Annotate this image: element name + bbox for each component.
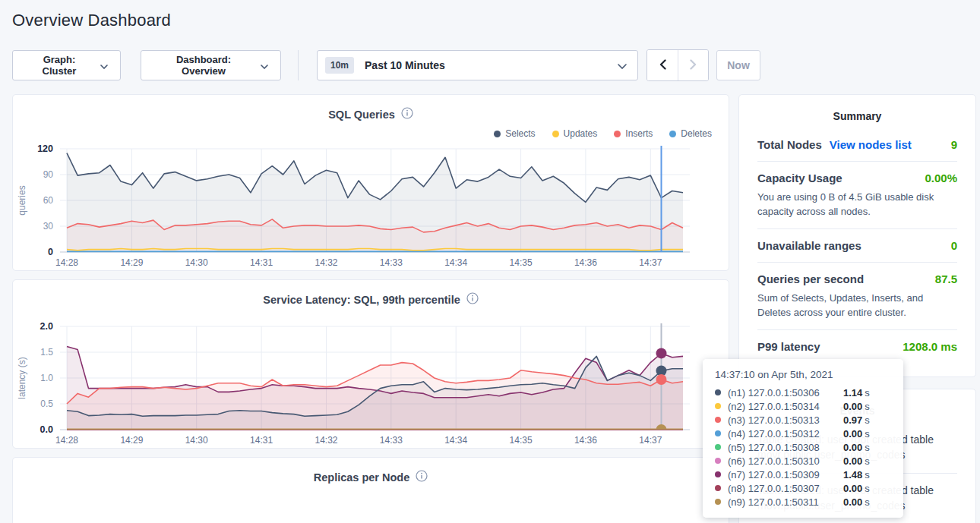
controls-bar: Graph: Cluster Dashboard: Overview 10m P… <box>12 50 968 80</box>
dashboard-dropdown[interactable]: Dashboard: Overview <box>141 50 281 80</box>
svg-text:latency (s): latency (s) <box>17 357 27 399</box>
info-icon[interactable] <box>466 292 479 307</box>
node-dot-icon <box>715 471 721 477</box>
svg-text:120: 120 <box>37 143 53 154</box>
svg-text:60: 60 <box>43 195 54 206</box>
svg-text:14:29: 14:29 <box>120 435 143 446</box>
tooltip-row-n6: (n6) 127.0.0.1:503100.00s <box>715 454 891 468</box>
chevron-right-icon <box>690 59 697 72</box>
info-icon[interactable] <box>401 107 413 122</box>
time-range-badge: 10m <box>325 57 354 74</box>
time-prev-button[interactable] <box>647 50 678 80</box>
summary-row-p99-latency: P99 latency 1208.0 ms <box>757 329 957 363</box>
updates-dot-icon <box>552 131 559 137</box>
svg-text:14:34: 14:34 <box>444 257 467 268</box>
chart-hover-tooltip: 14:37:10 on Apr 5th, 2021 (n1) 127.0.0.1… <box>703 359 903 518</box>
svg-text:14:32: 14:32 <box>315 257 337 268</box>
svg-text:14:28: 14:28 <box>55 435 78 446</box>
graph-dropdown-label: Graph: Cluster <box>25 54 93 77</box>
sql-queries-title: SQL Queries <box>328 109 395 121</box>
svg-text:90: 90 <box>43 169 54 180</box>
svg-text:14:36: 14:36 <box>574 257 597 268</box>
tooltip-row-n2: (n2) 127.0.0.1:503140.00s <box>715 399 891 413</box>
legend-item-updates[interactable]: Updates <box>552 128 598 140</box>
tooltip-row-n1: (n1) 127.0.0.1:503061.14s <box>715 386 891 399</box>
legend-item-deletes[interactable]: Deletes <box>669 128 712 140</box>
now-button[interactable]: Now <box>716 50 760 80</box>
summary-row-unavailable-ranges: Unavailable ranges 0 <box>757 228 957 262</box>
charts-column: SQL Queries Selects Updates Inserts Dele… <box>12 94 729 523</box>
service-latency-card: Service Latency: SQL, 99th percentile 14… <box>12 279 729 449</box>
svg-text:14:31: 14:31 <box>250 257 273 268</box>
svg-text:2.0: 2.0 <box>40 321 53 332</box>
tooltip-row-n9: (n9) 127.0.0.1:503110.00s <box>715 495 891 509</box>
svg-text:queries: queries <box>17 185 27 215</box>
legend-item-inserts[interactable]: Inserts <box>614 128 653 140</box>
time-range-label: Past 10 Minutes <box>365 59 445 71</box>
summary-title: Summary <box>757 107 957 128</box>
tooltip-row-n4: (n4) 127.0.0.1:503120.00s <box>715 427 891 440</box>
svg-text:14:37: 14:37 <box>639 435 662 446</box>
svg-text:14:33: 14:33 <box>380 257 403 268</box>
tooltip-row-n8: (n8) 127.0.0.1:503070.00s <box>715 481 891 495</box>
tooltip-row-n7: (n7) 127.0.0.1:503091.48s <box>715 468 891 481</box>
svg-text:14:34: 14:34 <box>444 435 467 446</box>
service-latency-title: Service Latency: SQL, 99th percentile <box>263 294 460 306</box>
info-icon[interactable] <box>416 470 428 485</box>
sql-queries-chart[interactable]: 14:2814:2914:3014:3114:3214:3314:3414:35… <box>13 141 730 270</box>
svg-text:14:36: 14:36 <box>574 435 597 446</box>
node-dot-icon <box>715 499 721 505</box>
svg-text:30: 30 <box>43 221 54 232</box>
svg-text:14:31: 14:31 <box>250 435 273 446</box>
node-dot-icon <box>715 417 721 423</box>
chevron-left-icon <box>659 59 666 72</box>
unavailable-ranges-value: 0 <box>951 239 957 252</box>
svg-text:14:35: 14:35 <box>510 435 533 446</box>
legend-item-selects[interactable]: Selects <box>494 128 535 140</box>
node-dot-icon <box>715 403 721 409</box>
svg-text:14:29: 14:29 <box>120 257 143 268</box>
overview-dashboard-page: Overview Dashboard Graph: Cluster Dashbo… <box>0 0 980 523</box>
view-nodes-link[interactable]: View nodes list <box>830 138 912 151</box>
sql-queries-card: SQL Queries Selects Updates Inserts Dele… <box>12 94 729 271</box>
svg-text:1.5: 1.5 <box>40 347 53 358</box>
svg-text:1.0: 1.0 <box>40 373 53 383</box>
selects-dot-icon <box>494 131 501 137</box>
node-dot-icon <box>715 485 721 491</box>
svg-text:14:30: 14:30 <box>185 435 208 446</box>
p99-latency-value: 1208.0 ms <box>903 340 957 353</box>
svg-text:14:37: 14:37 <box>639 257 662 268</box>
graph-dropdown[interactable]: Graph: Cluster <box>12 50 121 80</box>
replicas-per-node-title: Replicas per Node <box>314 471 410 484</box>
summary-row-queries-per-second: Queries per second 87.5 Sum of Selects, … <box>757 262 957 329</box>
replicas-per-node-card: Replicas per Node <box>12 457 729 523</box>
inserts-dot-icon <box>614 131 621 137</box>
time-range-dropdown[interactable]: 10m Past 10 Minutes <box>317 50 638 80</box>
chevron-down-icon <box>261 60 268 71</box>
svg-text:0: 0 <box>48 247 53 257</box>
tooltip-timestamp: 14:37:10 on Apr 5th, 2021 <box>715 369 891 380</box>
svg-text:14:32: 14:32 <box>315 435 337 446</box>
deletes-dot-icon <box>669 131 676 137</box>
node-dot-icon <box>715 389 721 395</box>
time-next-button[interactable] <box>678 50 708 80</box>
service-latency-chart[interactable]: 14:2814:2914:3014:3114:3214:3314:3414:35… <box>13 319 730 448</box>
chevron-down-icon <box>618 60 627 71</box>
capacity-usage-value: 0.00% <box>925 172 957 184</box>
node-dot-icon <box>715 444 721 450</box>
tooltip-row-n5: (n5) 127.0.0.1:503080.00s <box>715 440 891 454</box>
svg-text:14:33: 14:33 <box>380 435 403 446</box>
node-dot-icon <box>715 430 721 436</box>
node-dot-icon <box>715 458 721 464</box>
svg-text:0.5: 0.5 <box>40 399 53 409</box>
page-title: Overview Dashboard <box>12 11 980 30</box>
total-nodes-value: 9 <box>951 138 957 151</box>
tooltip-row-n3: (n3) 127.0.0.1:503130.97s <box>715 413 891 427</box>
svg-text:0.0: 0.0 <box>40 424 53 435</box>
summary-row-capacity-usage: Capacity Usage 0.00% You are using 0 B o… <box>757 161 957 228</box>
summary-row-total-nodes: Total Nodes View nodes list 9 <box>757 128 957 161</box>
qps-value: 87.5 <box>935 273 957 285</box>
svg-text:14:35: 14:35 <box>510 257 533 268</box>
summary-panel: Summary Total Nodes View nodes list 9 Ca… <box>738 94 976 377</box>
sql-queries-legend: Selects Updates Inserts Deletes <box>13 123 729 140</box>
